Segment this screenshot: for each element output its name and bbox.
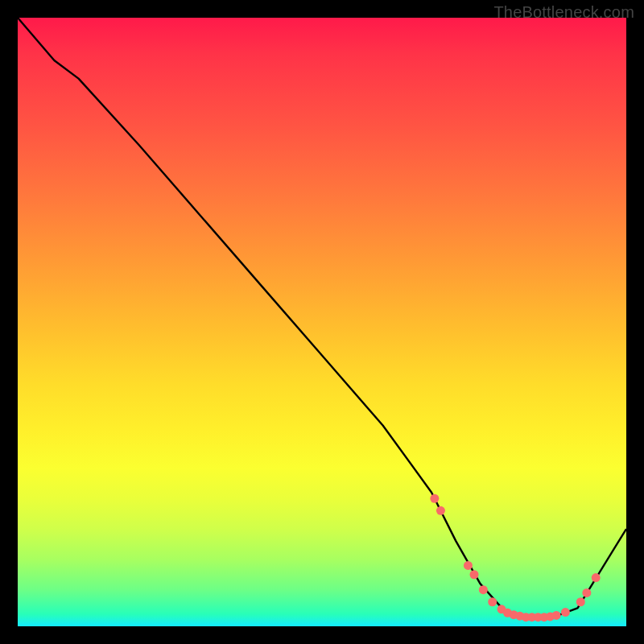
attribution-text: TheBottleneck.com [493,3,634,22]
chart-plot-area [18,18,626,626]
chart-marker-dot [576,597,585,606]
chart-marker-dot [479,585,488,594]
chart-marker-dot [561,608,570,617]
chart-markers [430,494,600,621]
chart-marker-dot [552,611,561,620]
chart-marker-dot [470,570,479,579]
chart-marker-dot [582,588,591,597]
chart-curve [18,18,626,617]
chart-marker-dot [592,573,601,582]
chart-marker-dot [430,494,439,503]
chart-marker-dot [488,597,497,606]
chart-svg [18,18,626,626]
chart-marker-dot [464,561,473,570]
chart-marker-dot [436,506,445,515]
